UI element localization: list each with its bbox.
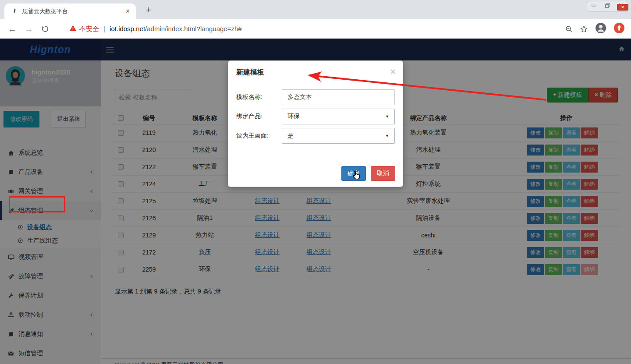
mouse-cursor: [351, 170, 362, 183]
warning-icon: [69, 25, 77, 33]
modal-title: 新建模板: [236, 68, 264, 76]
browser-tab[interactable]: 思普云大数据平台 ×: [4, 4, 136, 19]
forward-icon: →: [25, 24, 33, 34]
browser-url-bar: ← → 不安全 | iot.idosp.net/admin/index.html…: [0, 19, 631, 39]
annotation-rectangle: [9, 196, 65, 212]
profile-avatar-icon[interactable]: [595, 22, 606, 35]
main-screen-select[interactable]: 是 ▼: [282, 128, 395, 144]
caret-down-icon: ▼: [385, 114, 389, 119]
browser-tab-strip: 思普云大数据平台 × + ×: [0, 0, 631, 19]
tab-close-icon[interactable]: ×: [124, 7, 131, 15]
url-text[interactable]: iot.idosp.net/admin/index.html?language=…: [110, 25, 241, 33]
security-chip[interactable]: 不安全: [69, 25, 99, 33]
url-separator: |: [103, 25, 105, 33]
modal-close-icon[interactable]: ×: [390, 66, 396, 78]
new-tab-button[interactable]: +: [143, 4, 154, 16]
template-name-label: 模板名称:: [236, 93, 282, 101]
bookmark-star-icon[interactable]: [580, 25, 588, 33]
cancel-button[interactable]: 取消: [371, 166, 395, 181]
tab-title: 思普云大数据平台: [22, 7, 124, 15]
favicon: [11, 7, 18, 16]
main-screen-label: 设为主画面:: [236, 132, 282, 140]
bind-product-label: 绑定产品:: [236, 113, 282, 120]
caret-down-icon: ▼: [385, 134, 389, 138]
insecure-label: 不安全: [79, 25, 99, 33]
template-name-input[interactable]: [282, 89, 395, 105]
new-template-modal: 新建模板 × 模板名称: 绑定产品: 环保 ▼ 设为主画面: 是 ▼: [228, 60, 403, 187]
zoom-out-icon[interactable]: [565, 25, 573, 33]
close-cursor-badge: ×: [617, 4, 628, 11]
restore-icon[interactable]: [604, 2, 611, 11]
bind-product-select[interactable]: 环保 ▼: [282, 109, 395, 124]
minimize-icon[interactable]: [591, 2, 597, 11]
browser-update-icon[interactable]: [613, 22, 625, 35]
back-icon[interactable]: ←: [8, 24, 17, 34]
reload-icon[interactable]: [41, 25, 49, 33]
